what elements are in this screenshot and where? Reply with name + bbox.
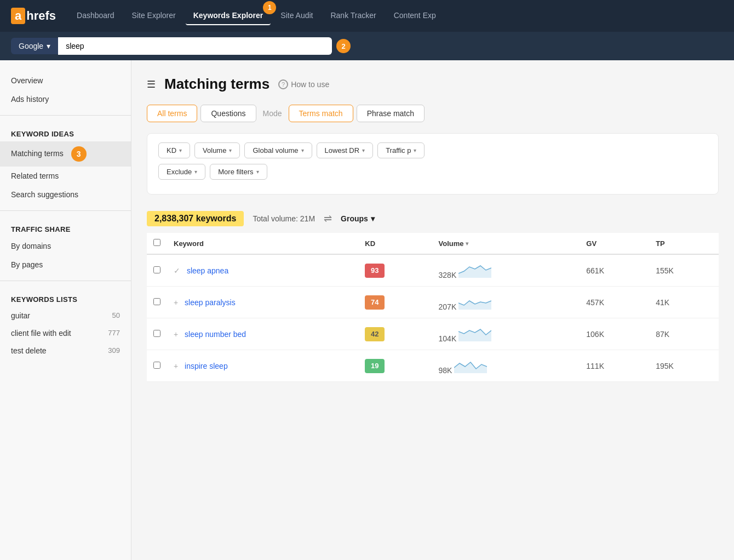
- sidebar-item-by-domains[interactable]: By domains: [0, 237, 131, 255]
- sidebar-divider-1: [0, 115, 131, 116]
- row-kd-cell: 74: [358, 287, 432, 318]
- keyword-link[interactable]: sleep number bed: [185, 330, 246, 339]
- tp-value: 195K: [656, 362, 674, 370]
- table-row: + inspire sleep 19 98K 111K 195K: [147, 350, 719, 382]
- sidebar-list-item-client-file[interactable]: client file with edit 777: [0, 324, 131, 342]
- tab-terms-match[interactable]: Terms match: [289, 105, 353, 122]
- table-row: ✓ sleep apnea 93 328K 661K 155K: [147, 254, 719, 287]
- table-row: + sleep number bed 42 104K 106K 87K: [147, 318, 719, 350]
- filter-lowest-dr[interactable]: Lowest DR ▾: [317, 142, 374, 158]
- svg-marker-2: [458, 329, 491, 341]
- row-checkbox[interactable]: [153, 330, 160, 337]
- sidebar-item-ads-history[interactable]: Ads history: [0, 90, 131, 108]
- tab-questions[interactable]: Questions: [200, 105, 256, 122]
- volume-value: 328K: [439, 271, 457, 279]
- row-checkbox[interactable]: [153, 362, 160, 369]
- gv-value: 457K: [586, 298, 604, 307]
- list-count-guitar: 50: [112, 311, 120, 320]
- sidebar-item-by-pages[interactable]: By pages: [0, 255, 131, 274]
- logo-hrefs: hrefs: [26, 9, 56, 23]
- tp-value: 155K: [656, 266, 674, 275]
- row-gv-cell: 661K: [580, 254, 649, 287]
- search-engine-select[interactable]: Google ▾: [11, 38, 58, 54]
- sidebar-item-overview[interactable]: Overview: [0, 71, 131, 90]
- filter-kd[interactable]: KD ▾: [158, 142, 190, 158]
- filter-more-filters[interactable]: More filters ▾: [210, 164, 267, 180]
- table-header-keyword: Keyword: [167, 233, 358, 254]
- filters-row-2: Exclude ▾ More filters ▾: [158, 164, 707, 180]
- kd-badge: 42: [365, 327, 385, 341]
- filter-global-volume[interactable]: Global volume ▾: [244, 142, 312, 158]
- sparkline-chart: [458, 325, 491, 341]
- row-action-icon[interactable]: +: [174, 362, 178, 370]
- results-summary: 2,838,307 keywords Total volume: 21M ⇌ G…: [147, 203, 719, 233]
- tab-phrase-match[interactable]: Phrase match: [357, 105, 425, 122]
- volume-value: 104K: [439, 334, 457, 343]
- sidebar-keyword-ideas-title: Keyword ideas: [0, 122, 131, 141]
- row-action-icon[interactable]: ✓: [174, 266, 180, 275]
- tab-all-terms[interactable]: All terms: [147, 105, 197, 122]
- row-gv-cell: 457K: [580, 287, 649, 318]
- row-checkbox[interactable]: [153, 266, 160, 273]
- sidebar-item-search-suggestions[interactable]: Search suggestions: [0, 185, 131, 204]
- row-tp-cell: 195K: [649, 350, 719, 382]
- sidebar-traffic-share-title: Traffic share: [0, 218, 131, 237]
- sidebar-list-item-test-delete[interactable]: test delete 309: [0, 342, 131, 359]
- filter-volume-label: Volume: [203, 146, 226, 155]
- groups-button[interactable]: Groups ▾: [341, 214, 375, 223]
- row-tp-cell: 87K: [649, 318, 719, 350]
- filter-exclude-arrow-icon: ▾: [194, 169, 197, 175]
- nav-keywords-explorer[interactable]: Keywords Explorer: [186, 7, 271, 25]
- sidebar-item-related-terms[interactable]: Related terms: [0, 167, 131, 185]
- filter-volume[interactable]: Volume ▾: [194, 142, 240, 158]
- table-header-gv: GV: [580, 233, 649, 254]
- list-label-test-delete: test delete: [11, 346, 47, 355]
- row-action-icon[interactable]: +: [174, 298, 178, 307]
- row-volume-cell: 98K: [432, 350, 580, 382]
- hamburger-icon[interactable]: ☰: [147, 78, 156, 90]
- nav-site-audit[interactable]: Site Audit: [273, 7, 320, 25]
- row-checkbox-cell: [147, 254, 167, 287]
- keyword-link[interactable]: sleep paralysis: [185, 298, 236, 307]
- row-checkbox-cell: [147, 287, 167, 318]
- filter-traffic-p[interactable]: Traffic p ▾: [377, 142, 425, 158]
- total-volume-label: Total volume: 21M: [253, 214, 315, 223]
- nav-rank-tracker[interactable]: Rank Tracker: [323, 7, 383, 25]
- row-tp-cell: 41K: [649, 287, 719, 318]
- select-all-checkbox[interactable]: [153, 239, 160, 246]
- row-action-icon[interactable]: +: [174, 330, 178, 339]
- filter-exclude[interactable]: Exclude ▾: [158, 164, 205, 180]
- search-input[interactable]: [58, 37, 332, 55]
- nav-site-explorer[interactable]: Site Explorer: [124, 7, 184, 25]
- page-header: ☰ Matching terms ? How to use: [147, 76, 719, 93]
- list-count-test-delete: 309: [108, 346, 120, 355]
- filter-exclude-label: Exclude: [167, 168, 192, 176]
- row-checkbox[interactable]: [153, 298, 160, 305]
- nav-content-explorer[interactable]: Content Exp: [386, 7, 444, 25]
- filter-more-filters-arrow-icon: ▾: [256, 169, 259, 175]
- logo[interactable]: ahrefs: [11, 8, 56, 24]
- row-keyword-cell: + sleep number bed: [167, 318, 358, 350]
- row-volume-cell: 104K: [432, 318, 580, 350]
- nav-items: Dashboard Site Explorer Keywords Explore…: [69, 7, 444, 25]
- sparkline-chart: [458, 293, 491, 310]
- table-header-tp: TP: [649, 233, 719, 254]
- how-to-use-button[interactable]: ? How to use: [278, 79, 329, 89]
- row-kd-cell: 93: [358, 254, 432, 287]
- table-header-volume[interactable]: Volume ▾: [432, 233, 580, 254]
- filter-lowest-dr-label: Lowest DR: [325, 146, 360, 155]
- main-layout: Overview Ads history Keyword ideas Match…: [0, 60, 734, 560]
- sidebar-item-matching-terms[interactable]: Matching terms 3: [0, 141, 131, 167]
- sparkline-chart: [454, 357, 487, 373]
- content-area: ☰ Matching terms ? How to use All terms …: [131, 60, 734, 560]
- keyword-link[interactable]: sleep apnea: [187, 266, 228, 275]
- keyword-link[interactable]: inspire sleep: [185, 362, 228, 370]
- row-volume-cell: 328K: [432, 254, 580, 287]
- filter-global-volume-label: Global volume: [253, 146, 298, 155]
- kd-badge: 74: [365, 295, 385, 310]
- sidebar-list-item-guitar[interactable]: guitar 50: [0, 307, 131, 324]
- nav-dashboard[interactable]: Dashboard: [69, 7, 122, 25]
- table-header-checkbox: [147, 233, 167, 254]
- table-header-row: Keyword KD Volume ▾ GV: [147, 233, 719, 254]
- top-navigation: ahrefs Dashboard Site Explorer Keywords …: [0, 0, 734, 32]
